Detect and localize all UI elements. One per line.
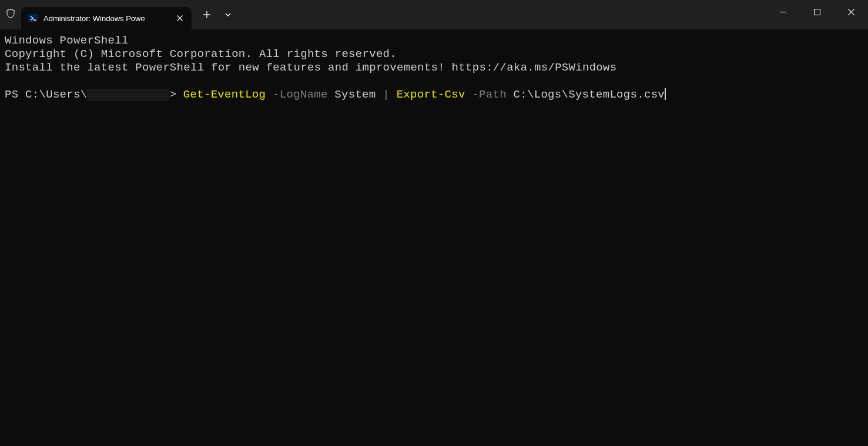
maximize-button[interactable] — [800, 0, 834, 24]
terminal-cursor — [665, 88, 666, 100]
pipe-token: | — [383, 88, 390, 102]
tab-close-button[interactable] — [174, 12, 186, 24]
terminal-blank-line — [5, 75, 863, 88]
svg-rect-7 — [814, 9, 820, 15]
chevron-down-icon — [224, 11, 232, 18]
param-token: -Path — [472, 88, 507, 102]
tab-dropdown-button[interactable] — [217, 4, 239, 25]
arg-token: System — [334, 88, 376, 102]
terminal-output-line: Windows PowerShell — [5, 34, 863, 48]
arg-token: C:\Logs\SystemLogs.csv — [514, 88, 665, 102]
terminal-output-line: Install the latest PowerShell for new fe… — [5, 61, 863, 75]
redacted-username — [87, 89, 169, 101]
app-shield-icon — [0, 0, 21, 29]
active-tab[interactable]: Administrator: Windows Powe — [21, 7, 192, 29]
tab-title: Administrator: Windows Powe — [43, 14, 169, 23]
close-icon — [848, 9, 854, 15]
window-controls — [766, 0, 868, 29]
prompt-prefix: PS C:\Users\ — [5, 88, 87, 102]
close-icon — [177, 15, 183, 21]
plus-icon — [203, 11, 210, 18]
cmdlet-token: Export-Csv — [397, 88, 465, 102]
titlebar: Administrator: Windows Powe — [0, 0, 868, 29]
prompt-suffix: > — [169, 88, 176, 102]
param-token: -LogName — [273, 88, 328, 102]
terminal-output-line: Copyright (C) Microsoft Corporation. All… — [5, 48, 863, 61]
shield-icon — [5, 8, 16, 22]
powershell-icon — [28, 13, 39, 24]
window-close-button[interactable] — [834, 0, 868, 24]
minimize-button[interactable] — [766, 0, 800, 24]
terminal-viewport[interactable]: Windows PowerShell Copyright (C) Microso… — [0, 29, 868, 106]
minimize-icon — [780, 9, 786, 15]
maximize-icon — [814, 9, 820, 15]
terminal-prompt-line[interactable]: PS C:\Users\> Get-EventLog -LogName Syst… — [5, 88, 863, 102]
cmdlet-token: Get-EventLog — [183, 88, 266, 102]
titlebar-drag-region[interactable] — [239, 0, 766, 29]
space — [176, 88, 183, 102]
tab-actions — [196, 0, 239, 29]
new-tab-button[interactable] — [196, 4, 217, 25]
